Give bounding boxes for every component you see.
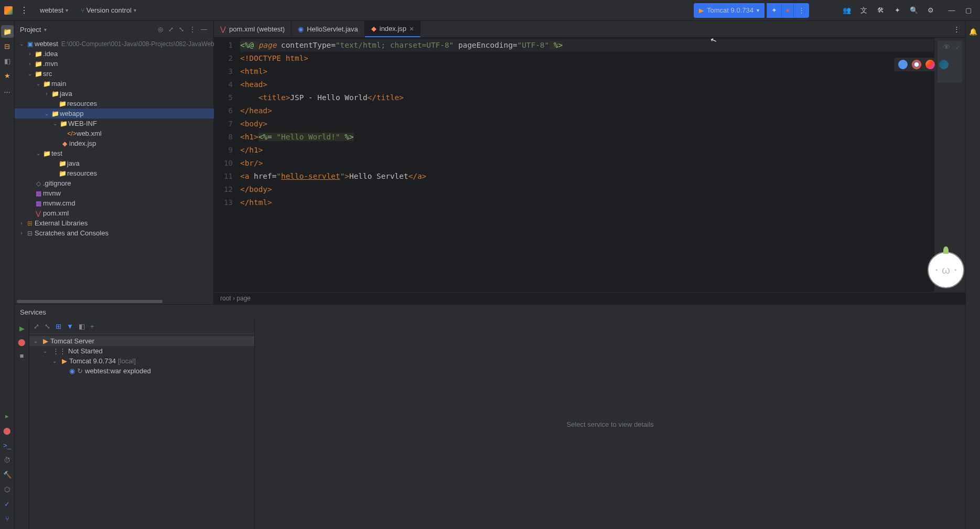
layout-icon[interactable]: ◧: [79, 322, 85, 330]
chevron-down-icon: ⌄: [34, 338, 41, 344]
tree-row[interactable]: › 📁 .mvn: [15, 59, 214, 69]
select-opened-file-icon[interactable]: ◎: [157, 25, 164, 34]
horizontal-scrollbar[interactable]: [17, 300, 211, 303]
chevron-down-icon: ⌄: [18, 41, 25, 47]
settings-icon[interactable]: ⚙: [923, 3, 938, 18]
code-token: <!DOCTYPE html>: [240, 54, 308, 62]
expand-all-icon[interactable]: ⤢: [167, 25, 175, 34]
chevron-down-icon: ⌄: [35, 150, 42, 156]
run-more-button[interactable]: ⋮: [793, 3, 809, 18]
search-icon[interactable]: 🔍: [907, 3, 921, 18]
tree-row[interactable]: ⌄ 📁 test: [15, 148, 214, 158]
folder-icon: 📁: [34, 60, 43, 68]
project-tool-button[interactable]: 📁: [1, 25, 14, 38]
ai-assistant-icon[interactable]: ✦: [890, 3, 904, 18]
code-with-me-icon[interactable]: 👥: [839, 3, 854, 18]
maven-file-icon: ⋁: [34, 210, 43, 217]
tree-label: WEB-INF: [68, 120, 97, 127]
editor-breadcrumbs[interactable]: root › page: [214, 292, 965, 304]
project-tree[interactable]: ⌄ ▣ webtest E:\000-Computer\001-Java\008…: [15, 38, 214, 299]
more-tool-button[interactable]: …: [1, 84, 14, 96]
tree-row[interactable]: › ⊟ Scratches and Consoles: [15, 228, 214, 238]
debug-service-button[interactable]: ⬤: [16, 336, 28, 348]
notifications-icon[interactable]: 🔔: [967, 25, 979, 38]
branch-icon: ⑂: [81, 7, 84, 14]
firefox-icon[interactable]: [925, 60, 935, 69]
collapse-all-icon[interactable]: ⤡: [178, 25, 185, 34]
gitignore-icon: ◇: [34, 180, 43, 187]
tree-row[interactable]: ◇ .gitignore: [15, 178, 214, 188]
hide-panel-icon[interactable]: —: [200, 25, 208, 34]
tree-row-selected[interactable]: ⌄ 📁 webapp: [15, 109, 214, 118]
run-configuration-selector[interactable]: ▶ Tomcat 9.0.734 ▾: [694, 3, 764, 18]
vcs-selector[interactable]: ⑂ Version control ▾: [77, 5, 141, 16]
translate-icon[interactable]: 文: [856, 3, 871, 18]
code-editor[interactable]: 1 2 3 4 5 6 7 8 9 10 11 12 13: [214, 38, 965, 292]
tree-row[interactable]: ⌄ 📁 main: [15, 79, 214, 89]
tab-servlet[interactable]: ◉ HelloServlet.java: [292, 21, 365, 37]
tree-row[interactable]: 📁 resources: [15, 168, 214, 178]
service-row[interactable]: ⌄ ▶ Tomcat 9.0.734 [local]: [29, 356, 254, 366]
stop-icon: ■: [786, 7, 789, 13]
service-row[interactable]: ⌄ ⋮⋮ Not Started: [29, 346, 254, 356]
git-tool-button[interactable]: ⑂: [1, 512, 14, 525]
tree-row[interactable]: ◆ index.jsp: [15, 138, 214, 148]
main-menu-icon[interactable]: ⋮: [17, 3, 31, 18]
filter-icon[interactable]: ▼: [67, 322, 73, 330]
problems-tool-button[interactable]: ⬡: [1, 483, 14, 495]
collapse-icon[interactable]: ⤡: [45, 322, 50, 330]
structure-tool-button[interactable]: ◧: [1, 55, 14, 67]
tree-row[interactable]: </> web.xml: [15, 128, 214, 138]
tree-row[interactable]: › 📁 java: [15, 89, 214, 99]
tree-row[interactable]: 📁 java: [15, 158, 214, 168]
line-number: 2: [214, 52, 233, 65]
tools-icon[interactable]: 🛠: [873, 3, 888, 18]
build-tool-button[interactable]: 🔨: [1, 468, 14, 481]
tabs-more-icon[interactable]: ⋮: [948, 21, 965, 37]
code-content[interactable]: <%@ page contentType="text/html; charset…: [240, 38, 934, 292]
services-tree[interactable]: ⌄ ▶ Tomcat Server ⌄ ⋮⋮ Not Started ⌄: [29, 334, 254, 529]
grid-icon[interactable]: ⊞: [56, 322, 61, 330]
run-tool-button[interactable]: ▸: [1, 409, 14, 422]
stop-button[interactable]: ■: [781, 3, 793, 18]
expand-icon[interactable]: ⤢: [34, 322, 39, 330]
service-row[interactable]: ◉ ↻ webtest:war exploded: [29, 366, 254, 376]
project-selector[interactable]: webtest ▾: [36, 5, 72, 16]
debug-tool-button[interactable]: ⬤: [1, 424, 14, 437]
stop-service-button[interactable]: ■: [16, 350, 28, 361]
services-tool-button[interactable]: ⏱: [1, 454, 14, 466]
tree-row[interactable]: ▦ mvnw: [15, 188, 214, 198]
tree-row[interactable]: ⋁ pom.xml: [15, 208, 214, 218]
tree-row[interactable]: ⌄ 📁 WEB-INF: [15, 118, 214, 128]
add-service-icon[interactable]: +: [90, 322, 94, 330]
tree-row[interactable]: 📁 resources: [15, 99, 214, 109]
folder-icon: 📁: [42, 150, 51, 157]
code-token: </head>: [240, 106, 272, 115]
tree-label: webapp: [60, 110, 84, 117]
mascot-icon: ・ω・: [928, 252, 964, 288]
bookmarks-tool-button[interactable]: ★: [1, 69, 14, 82]
chevron-down-icon[interactable]: ▾: [44, 27, 47, 33]
tree-row[interactable]: ⌄ 📁 src: [15, 69, 214, 79]
chrome-icon[interactable]: [912, 60, 921, 69]
debug-button[interactable]: ✦: [767, 3, 781, 18]
tree-row[interactable]: › 📁 .idea: [15, 49, 214, 59]
tree-label: .idea: [43, 50, 58, 58]
maximize-icon[interactable]: ▢: [961, 3, 976, 18]
run-service-button[interactable]: ▶: [16, 322, 28, 334]
code-token: <h1>: [240, 133, 259, 141]
tree-row[interactable]: › ⊞ External Libraries: [15, 218, 214, 228]
tree-row[interactable]: ▦ mvnw.cmd: [15, 198, 214, 208]
close-tab-icon[interactable]: ×: [410, 25, 414, 33]
builtin-preview-icon[interactable]: [898, 60, 908, 69]
tab-pom[interactable]: ⋁ pom.xml (webtest): [214, 21, 292, 37]
todo-tool-button[interactable]: ✓: [1, 498, 14, 510]
tab-jsp[interactable]: ◆ index.jsp ×: [365, 21, 421, 37]
service-row[interactable]: ⌄ ▶ Tomcat Server: [29, 336, 254, 346]
panel-options-icon[interactable]: ⋮: [188, 25, 197, 34]
services-run-rail: ▶ ⬤ ■: [15, 319, 29, 529]
minimize-icon[interactable]: —: [944, 3, 959, 18]
tree-row-root[interactable]: ⌄ ▣ webtest E:\000-Computer\001-Java\008…: [15, 39, 214, 49]
commit-tool-button[interactable]: ⊟: [1, 40, 14, 52]
terminal-tool-button[interactable]: >_: [1, 439, 14, 451]
